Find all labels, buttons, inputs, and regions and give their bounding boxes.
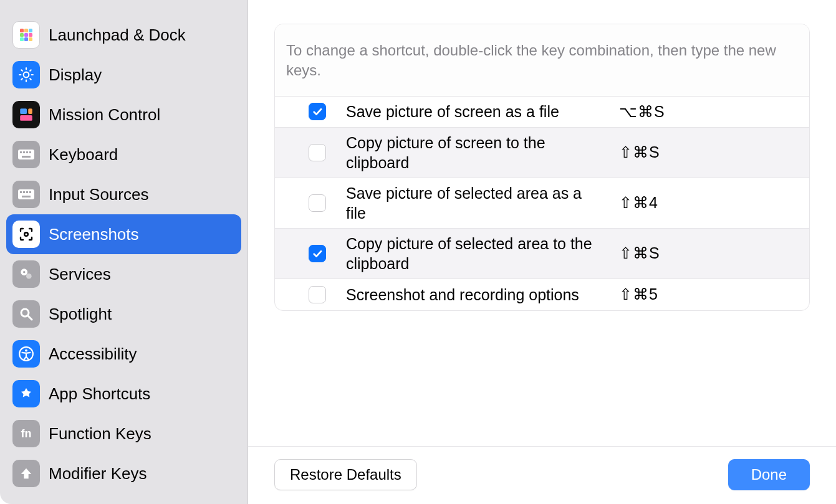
shortcut-label: Save picture of screen as a file — [326, 102, 619, 121]
svg-rect-30 — [26, 191, 28, 193]
input-sources-icon — [12, 181, 40, 208]
sidebar-item-keyboard[interactable]: Keyboard — [6, 135, 241, 174]
svg-rect-6 — [20, 37, 24, 41]
services-icon — [12, 260, 40, 288]
shortcut-label: Copy picture of screen to the clipboard — [326, 133, 619, 173]
sidebar-item-label: Keyboard — [49, 146, 118, 163]
svg-rect-27 — [18, 189, 34, 199]
svg-rect-5 — [29, 33, 32, 37]
function-keys-icon: fn — [12, 420, 40, 447]
shortcut-label: Screenshot and recording options — [326, 285, 619, 305]
svg-rect-18 — [20, 108, 27, 114]
svg-rect-20 — [20, 115, 32, 121]
sidebar-item-launchpad-dock[interactable]: Launchpad & Dock — [6, 15, 241, 55]
launchpad-icon — [12, 21, 40, 49]
sidebar-item-modifier-keys[interactable]: Modifier Keys — [6, 454, 241, 493]
brightness-icon — [12, 61, 40, 88]
svg-rect-24 — [26, 151, 28, 153]
shortcut-row[interactable]: Save picture of screen as a file ⌥⌘S — [275, 97, 809, 128]
sidebar-item-label: Input Sources — [49, 186, 148, 202]
shortcut-label: Save picture of selected area as a file — [326, 183, 619, 223]
svg-rect-23 — [23, 151, 25, 153]
done-button[interactable]: Done — [728, 459, 810, 490]
sidebar-item-label: Modifier Keys — [49, 465, 147, 482]
svg-line-15 — [30, 78, 31, 80]
shortcut-row[interactable]: Save picture of selected area as a file … — [275, 178, 809, 229]
shortcut-checkbox[interactable] — [309, 103, 326, 120]
svg-rect-4 — [24, 33, 28, 37]
svg-rect-26 — [22, 156, 31, 158]
shortcut-keys[interactable]: ⇧⌘5 — [619, 285, 658, 303]
shortcut-label: Copy picture of selected area to the cli… — [326, 234, 619, 273]
accessibility-icon — [12, 340, 40, 368]
shortcuts-panel: To change a shortcut, double-click the k… — [274, 24, 810, 311]
shortcut-keys[interactable]: ⇧⌘4 — [619, 194, 658, 212]
sidebar-item-app-shortcuts[interactable]: App Shortcuts — [6, 374, 241, 414]
sidebar-item-label: Function Keys — [49, 426, 151, 442]
sidebar-item-label: Services — [49, 266, 111, 282]
svg-rect-31 — [29, 191, 31, 193]
svg-rect-25 — [29, 151, 31, 153]
sidebar-item-label: Display — [49, 67, 102, 83]
sidebar: Launchpad & Dock Display Mission Control… — [0, 0, 248, 504]
svg-point-37 — [23, 271, 25, 273]
svg-rect-22 — [20, 151, 22, 153]
svg-point-41 — [25, 349, 27, 352]
sidebar-item-label: Accessibility — [49, 346, 137, 362]
svg-rect-7 — [24, 37, 28, 41]
shortcut-checkbox[interactable] — [309, 245, 326, 262]
sidebar-item-label: Screenshots — [49, 226, 139, 242]
shortcut-row[interactable]: Copy picture of selected area to the cli… — [275, 229, 809, 279]
shortcut-keys[interactable]: ⇧⌘S — [619, 244, 660, 262]
sidebar-item-label: Spotlight — [49, 306, 112, 322]
svg-rect-3 — [20, 33, 24, 37]
svg-point-36 — [26, 273, 32, 279]
shortcut-keys[interactable]: ⌥⌘S — [619, 103, 665, 121]
shortcut-row[interactable]: Screenshot and recording options ⇧⌘5 — [275, 279, 809, 310]
svg-rect-0 — [20, 29, 24, 32]
sidebar-item-label: Launchpad & Dock — [49, 27, 186, 43]
shortcut-keys[interactable]: ⇧⌘S — [619, 143, 660, 161]
svg-rect-29 — [23, 191, 25, 193]
mission-control-icon — [12, 101, 40, 128]
main-content: To change a shortcut, double-click the k… — [248, 0, 836, 504]
app-shortcuts-icon — [12, 380, 40, 407]
shortcut-row[interactable]: Copy picture of screen to the clipboard … — [275, 128, 809, 178]
svg-line-16 — [21, 78, 22, 80]
shortcut-checkbox[interactable] — [309, 144, 326, 161]
sidebar-item-accessibility[interactable]: Accessibility — [6, 334, 241, 374]
screenshots-icon — [12, 221, 40, 248]
sidebar-item-services[interactable]: Services — [6, 254, 241, 294]
panel-instruction: To change a shortcut, double-click the k… — [275, 24, 809, 97]
sidebar-item-mission-control[interactable]: Mission Control — [6, 95, 241, 135]
svg-line-17 — [30, 70, 31, 71]
svg-point-9 — [24, 72, 29, 78]
modifier-keys-icon — [12, 460, 40, 487]
svg-rect-19 — [28, 108, 32, 114]
footer: Restore Defaults Done — [248, 446, 836, 504]
sidebar-item-function-keys[interactable]: fn Function Keys — [6, 414, 241, 454]
svg-line-14 — [21, 70, 22, 71]
sidebar-item-display[interactable]: Display — [6, 55, 241, 95]
svg-rect-21 — [18, 150, 34, 159]
svg-rect-32 — [22, 196, 31, 197]
sidebar-item-screenshots[interactable]: Screenshots — [6, 214, 241, 254]
svg-line-39 — [28, 316, 32, 320]
sidebar-item-label: Mission Control — [49, 107, 160, 123]
svg-point-34 — [25, 233, 27, 235]
svg-rect-1 — [24, 29, 28, 32]
keyboard-icon — [12, 141, 40, 168]
svg-rect-8 — [29, 37, 32, 41]
sidebar-item-spotlight[interactable]: Spotlight — [6, 294, 241, 334]
svg-rect-28 — [20, 191, 22, 193]
sidebar-item-label: App Shortcuts — [49, 386, 150, 402]
shortcut-checkbox[interactable] — [309, 194, 326, 212]
restore-defaults-button[interactable]: Restore Defaults — [274, 459, 417, 490]
shortcut-checkbox[interactable] — [309, 286, 326, 303]
sidebar-item-input-sources[interactable]: Input Sources — [6, 174, 241, 214]
svg-rect-2 — [29, 29, 32, 32]
spotlight-icon — [12, 300, 40, 328]
